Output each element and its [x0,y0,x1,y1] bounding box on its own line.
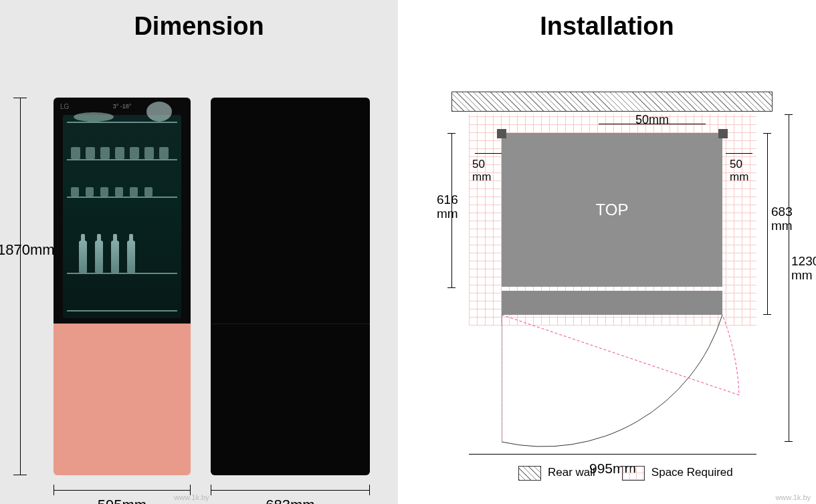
body-depth-dimension: 616 mm [438,133,458,288]
width-dimension: 595mm [54,481,191,501]
shelf [67,234,177,274]
legend-space-label: Space Required [651,466,733,479]
right-gap-label: 50 mm [730,158,748,183]
depth-label: 683mm [266,497,314,504]
door-swing-arc [502,315,749,469]
hinge-icon [718,129,728,138]
body-depth-label: 616 mm [437,193,458,221]
dimension-figure: 1870mm LG 3° -18° [0,47,398,489]
shelf [67,122,177,123]
dimension-heading: Dimension [0,0,398,47]
legend: Rear wall Space Required [518,466,733,481]
top-gap-label: 50mm [635,113,669,127]
dimension-panel: Dimension 1870mm LG 3° -18° [0,0,398,504]
full-depth-dimension: 683 mm [763,133,783,315]
shelf [67,159,177,160]
installation-heading: Installation [398,0,816,47]
swing-depth-dimension: 1230 mm [785,114,807,442]
watermark-text: www.1k.by [775,493,811,501]
installation-panel: Installation TOP 50mm 50 mm 50 mm 616 mm… [398,0,816,504]
shelf [67,310,177,311]
depth-dimension: 683mm [211,481,370,501]
width-label: 595mm [98,497,146,504]
installation-figure: TOP 50mm 50 mm 50 mm 616 mm 683 mm 1230 … [398,47,816,489]
height-label: 1870mm [0,241,55,259]
fridge-upper-door: LG 3° -18° [54,98,191,324]
watermark-text: www.1k.by [174,493,209,501]
space-required-swatch [622,466,645,481]
rear-wall-swatch [518,466,541,481]
swing-depth-label: 1230 mm [791,255,816,283]
top-label: TOP [596,201,629,219]
left-gap-label: 50 mm [472,158,491,183]
fridge-top-view: TOP [502,133,722,287]
instaview-glass [63,115,181,318]
shelf [67,197,177,198]
legend-wall-label: Rear wall [548,466,595,479]
rear-wall [451,92,773,112]
fridge-front-view: LG 3° -18° [54,98,191,475]
fridge-lower-door [54,324,191,475]
hinge-icon [497,129,506,138]
door-top-view [502,291,722,315]
height-dimension [11,98,29,475]
legend-item-wall: Rear wall [518,466,595,481]
fridge-side-view [211,98,370,475]
legend-item-space: Space Required [622,466,733,481]
